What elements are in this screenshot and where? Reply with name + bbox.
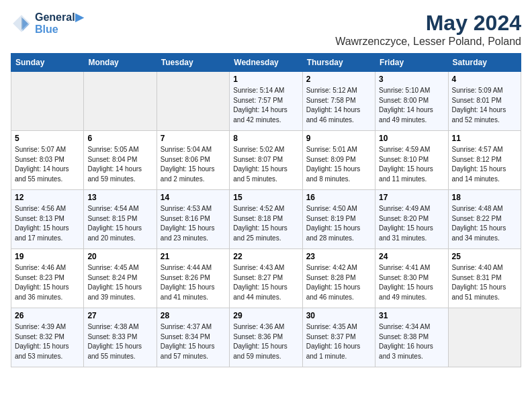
calendar-cell: 8Sunrise: 5:02 AM Sunset: 8:07 PM Daylig… <box>230 131 302 190</box>
day-info: Sunrise: 5:14 AM Sunset: 7:57 PM Dayligh… <box>233 86 298 125</box>
day-info: Sunrise: 5:09 AM Sunset: 8:01 PM Dayligh… <box>452 86 517 125</box>
day-number: 15 <box>233 193 298 202</box>
calendar-cell: 31Sunrise: 4:34 AM Sunset: 8:38 PM Dayli… <box>375 308 448 367</box>
weekday-label: Friday <box>375 54 448 72</box>
calendar-week-row: 1Sunrise: 5:14 AM Sunset: 7:57 PM Daylig… <box>11 72 521 131</box>
calendar-cell: 11Sunrise: 4:57 AM Sunset: 8:12 PM Dayli… <box>448 131 521 190</box>
day-info: Sunrise: 4:43 AM Sunset: 8:27 PM Dayligh… <box>233 263 298 302</box>
calendar-body: 1Sunrise: 5:14 AM Sunset: 7:57 PM Daylig… <box>11 72 521 367</box>
calendar-cell: 6Sunrise: 5:05 AM Sunset: 8:04 PM Daylig… <box>84 131 157 190</box>
day-number: 28 <box>161 311 226 320</box>
calendar-week-row: 19Sunrise: 4:46 AM Sunset: 8:23 PM Dayli… <box>11 249 521 308</box>
calendar-cell: 19Sunrise: 4:46 AM Sunset: 8:23 PM Dayli… <box>11 249 84 308</box>
logo-text: General▶ Blue <box>35 11 83 36</box>
month-year: May 2024 <box>335 11 521 36</box>
calendar-cell: 29Sunrise: 4:36 AM Sunset: 8:36 PM Dayli… <box>230 308 302 367</box>
calendar-cell <box>84 72 157 131</box>
calendar-cell: 25Sunrise: 4:40 AM Sunset: 8:31 PM Dayli… <box>448 249 521 308</box>
day-info: Sunrise: 4:40 AM Sunset: 8:31 PM Dayligh… <box>452 263 517 302</box>
calendar-cell: 30Sunrise: 4:35 AM Sunset: 8:37 PM Dayli… <box>302 308 375 367</box>
day-number: 14 <box>161 193 226 202</box>
day-number: 6 <box>87 134 152 143</box>
calendar-cell: 27Sunrise: 4:38 AM Sunset: 8:33 PM Dayli… <box>84 308 157 367</box>
day-info: Sunrise: 4:46 AM Sunset: 8:23 PM Dayligh… <box>15 263 80 302</box>
day-number: 17 <box>379 193 444 202</box>
calendar-cell <box>157 72 229 131</box>
day-number: 19 <box>15 252 80 261</box>
calendar-cell: 2Sunrise: 5:12 AM Sunset: 7:58 PM Daylig… <box>302 72 375 131</box>
calendar-cell: 26Sunrise: 4:39 AM Sunset: 8:32 PM Dayli… <box>11 308 84 367</box>
calendar-week-row: 26Sunrise: 4:39 AM Sunset: 8:32 PM Dayli… <box>11 308 521 367</box>
day-number: 11 <box>452 134 517 143</box>
day-number: 22 <box>233 252 298 261</box>
day-number: 26 <box>15 311 80 320</box>
calendar-cell: 28Sunrise: 4:37 AM Sunset: 8:34 PM Dayli… <box>157 308 229 367</box>
calendar-cell <box>11 72 84 131</box>
calendar-week-row: 5Sunrise: 5:07 AM Sunset: 8:03 PM Daylig… <box>11 131 521 190</box>
calendar-cell: 24Sunrise: 4:41 AM Sunset: 8:30 PM Dayli… <box>375 249 448 308</box>
calendar-cell: 4Sunrise: 5:09 AM Sunset: 8:01 PM Daylig… <box>448 72 521 131</box>
day-number: 10 <box>379 134 444 143</box>
day-info: Sunrise: 4:52 AM Sunset: 8:18 PM Dayligh… <box>233 204 298 243</box>
day-info: Sunrise: 4:44 AM Sunset: 8:26 PM Dayligh… <box>161 263 226 302</box>
calendar-cell: 14Sunrise: 4:53 AM Sunset: 8:16 PM Dayli… <box>157 190 229 249</box>
calendar-cell: 13Sunrise: 4:54 AM Sunset: 8:15 PM Dayli… <box>84 190 157 249</box>
day-info: Sunrise: 4:42 AM Sunset: 8:28 PM Dayligh… <box>306 263 371 302</box>
weekday-label: Tuesday <box>157 54 229 72</box>
day-info: Sunrise: 4:56 AM Sunset: 8:13 PM Dayligh… <box>15 204 80 243</box>
calendar-cell: 10Sunrise: 4:59 AM Sunset: 8:10 PM Dayli… <box>375 131 448 190</box>
day-info: Sunrise: 5:04 AM Sunset: 8:06 PM Dayligh… <box>161 145 226 184</box>
day-number: 2 <box>306 75 371 84</box>
day-info: Sunrise: 4:39 AM Sunset: 8:32 PM Dayligh… <box>15 322 80 361</box>
day-info: Sunrise: 4:38 AM Sunset: 8:33 PM Dayligh… <box>87 322 152 361</box>
day-number: 21 <box>161 252 226 261</box>
day-info: Sunrise: 4:59 AM Sunset: 8:10 PM Dayligh… <box>379 145 444 184</box>
day-info: Sunrise: 5:10 AM Sunset: 8:00 PM Dayligh… <box>379 86 444 125</box>
calendar-cell: 22Sunrise: 4:43 AM Sunset: 8:27 PM Dayli… <box>230 249 302 308</box>
calendar-cell: 16Sunrise: 4:50 AM Sunset: 8:19 PM Dayli… <box>302 190 375 249</box>
day-number: 31 <box>379 311 444 320</box>
day-number: 12 <box>15 193 80 202</box>
day-info: Sunrise: 5:02 AM Sunset: 8:07 PM Dayligh… <box>233 145 298 184</box>
calendar-cell: 7Sunrise: 5:04 AM Sunset: 8:06 PM Daylig… <box>157 131 229 190</box>
day-info: Sunrise: 4:54 AM Sunset: 8:15 PM Dayligh… <box>87 204 152 243</box>
day-info: Sunrise: 4:53 AM Sunset: 8:16 PM Dayligh… <box>161 204 226 243</box>
day-info: Sunrise: 4:50 AM Sunset: 8:19 PM Dayligh… <box>306 204 371 243</box>
calendar-cell: 20Sunrise: 4:45 AM Sunset: 8:24 PM Dayli… <box>84 249 157 308</box>
day-number: 25 <box>452 252 517 261</box>
day-number: 24 <box>379 252 444 261</box>
day-info: Sunrise: 4:36 AM Sunset: 8:36 PM Dayligh… <box>233 322 298 361</box>
calendar-cell: 17Sunrise: 4:49 AM Sunset: 8:20 PM Dayli… <box>375 190 448 249</box>
day-info: Sunrise: 4:57 AM Sunset: 8:12 PM Dayligh… <box>452 145 517 184</box>
calendar-cell: 21Sunrise: 4:44 AM Sunset: 8:26 PM Dayli… <box>157 249 229 308</box>
day-info: Sunrise: 4:49 AM Sunset: 8:20 PM Dayligh… <box>379 204 444 243</box>
calendar-cell: 3Sunrise: 5:10 AM Sunset: 8:00 PM Daylig… <box>375 72 448 131</box>
day-number: 5 <box>15 134 80 143</box>
page-header: General▶ Blue May 2024 Wawrzenczyce, Les… <box>11 11 521 48</box>
day-number: 27 <box>87 311 152 320</box>
day-number: 9 <box>306 134 371 143</box>
day-number: 7 <box>161 134 226 143</box>
weekday-label: Wednesday <box>230 54 302 72</box>
day-info: Sunrise: 4:35 AM Sunset: 8:37 PM Dayligh… <box>306 322 371 361</box>
logo-icon <box>11 13 32 34</box>
calendar-week-row: 12Sunrise: 4:56 AM Sunset: 8:13 PM Dayli… <box>11 190 521 249</box>
calendar-cell: 5Sunrise: 5:07 AM Sunset: 8:03 PM Daylig… <box>11 131 84 190</box>
day-number: 20 <box>87 252 152 261</box>
weekday-label: Saturday <box>448 54 521 72</box>
day-number: 13 <box>87 193 152 202</box>
calendar-cell: 9Sunrise: 5:01 AM Sunset: 8:09 PM Daylig… <box>302 131 375 190</box>
calendar-cell: 18Sunrise: 4:48 AM Sunset: 8:22 PM Dayli… <box>448 190 521 249</box>
weekday-label: Monday <box>84 54 157 72</box>
day-number: 8 <box>233 134 298 143</box>
day-number: 23 <box>306 252 371 261</box>
calendar-cell <box>448 308 521 367</box>
day-number: 3 <box>379 75 444 84</box>
calendar-cell: 12Sunrise: 4:56 AM Sunset: 8:13 PM Dayli… <box>11 190 84 249</box>
day-info: Sunrise: 5:01 AM Sunset: 8:09 PM Dayligh… <box>306 145 371 184</box>
weekday-label: Thursday <box>302 54 375 72</box>
day-info: Sunrise: 5:05 AM Sunset: 8:04 PM Dayligh… <box>87 145 152 184</box>
calendar-cell: 23Sunrise: 4:42 AM Sunset: 8:28 PM Dayli… <box>302 249 375 308</box>
weekday-label: Sunday <box>11 54 84 72</box>
day-info: Sunrise: 4:48 AM Sunset: 8:22 PM Dayligh… <box>452 204 517 243</box>
